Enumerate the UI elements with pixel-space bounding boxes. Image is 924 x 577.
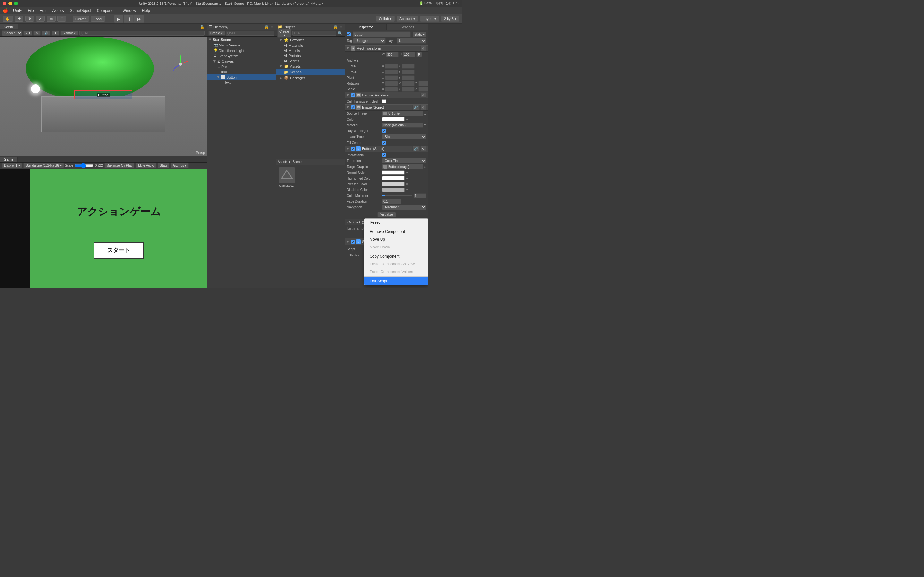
all-prefabs-item[interactable]: All Prefabs — [276, 53, 344, 58]
hierarchy-item-panel[interactable]: ▭ Panel — [207, 64, 276, 69]
target-graphic-ref[interactable]: Button (Image) — [382, 164, 423, 169]
pressed-color-pencil-icon[interactable]: ✏ — [405, 182, 409, 186]
context-move-up[interactable]: Move Up — [365, 235, 428, 243]
menu-component[interactable]: Component — [94, 8, 120, 13]
normal-color-pencil-icon[interactable]: ✏ — [405, 171, 409, 175]
rect-transform-settings[interactable]: ⚙ — [420, 46, 426, 51]
menu-help[interactable]: Help — [139, 8, 152, 13]
project-menu-icon[interactable]: ≡ — [339, 25, 342, 29]
menu-window[interactable]: Window — [120, 8, 139, 13]
pressed-color-swatch[interactable] — [382, 182, 405, 186]
hierarchy-menu-icon[interactable]: ≡ — [270, 25, 274, 29]
context-copy-component[interactable]: Copy Component — [365, 253, 428, 260]
scale-y-input[interactable]: 1 — [402, 87, 415, 92]
button-script-header[interactable]: ▶ B Button (Script) 🔗 ⚙ — [345, 145, 428, 152]
image-type-select[interactable]: Sliced — [382, 134, 426, 139]
lighting-toggle[interactable]: ☀ — [33, 31, 41, 35]
multi-tool[interactable]: ⊞ — [57, 16, 66, 22]
raycast-checkbox[interactable] — [382, 129, 386, 133]
static-btn[interactable]: Static ▾ — [413, 32, 426, 37]
image-script-active[interactable] — [351, 105, 355, 109]
interactable-checkbox[interactable] — [382, 153, 386, 157]
menu-assets[interactable]: Assets — [49, 8, 66, 13]
audio-toggle[interactable]: 🔊 — [42, 31, 50, 35]
hierarchy-item-button-text[interactable]: T Text — [207, 80, 276, 85]
2d-toggle[interactable]: 2D — [23, 31, 32, 35]
min-x-input[interactable]: 0.5 — [385, 64, 398, 69]
rot-y-input[interactable]: 0 — [402, 81, 415, 86]
visualize-button[interactable]: Visualize — [377, 212, 396, 218]
hierarchy-item-text[interactable]: T Text — [207, 69, 276, 74]
rotate-tool[interactable]: ↻ — [25, 16, 34, 22]
traffic-lights[interactable] — [3, 2, 18, 5]
pivot-x-input[interactable]: 0.5 — [385, 75, 398, 80]
layout-button[interactable]: 2 by 3 ▾ — [441, 16, 459, 22]
height-input[interactable] — [403, 52, 415, 57]
all-scripts-item[interactable]: All Scripts — [276, 58, 344, 63]
disabled-color-pencil-icon[interactable]: ✏ — [405, 188, 409, 192]
hierarchy-item-button[interactable]: ▶ ⬜ Button — [207, 74, 276, 80]
game-view[interactable]: アクションゲーム スタート — [0, 169, 207, 288]
navigation-select[interactable]: Automatic — [382, 205, 426, 210]
shade-mode-select[interactable]: Shaded — [2, 31, 22, 36]
tab-inspector[interactable]: Inspector — [345, 24, 387, 30]
start-script-active[interactable] — [351, 240, 355, 243]
material-ref[interactable]: None (Material) — [382, 123, 423, 127]
fill-center-checkbox[interactable] — [382, 141, 386, 145]
image-color-swatch[interactable] — [382, 117, 405, 121]
material-target-icon[interactable]: ⊙ — [424, 123, 426, 127]
hierarchy-item-canvas[interactable]: ▶ 🖼 Canvas — [207, 59, 276, 64]
image-script-ref-icon[interactable]: 🔗 — [412, 105, 419, 110]
layers-button[interactable]: Layers ▾ — [420, 16, 439, 22]
asset-gamescene[interactable]: GameSce... — [277, 166, 296, 188]
hierarchy-create-btn[interactable]: Create ▾ — [208, 31, 225, 35]
tag-select[interactable]: Untagged — [353, 38, 386, 44]
canvas-renderer-settings-icon[interactable]: ⚙ — [420, 93, 426, 98]
menu-edit[interactable]: Edit — [37, 8, 49, 13]
scene-view[interactable]: X Y Z Button ← Persp — [0, 37, 207, 156]
scale-tool[interactable]: ⤢ — [36, 16, 45, 22]
canvas-renderer-header[interactable]: ▶ 🖼 Canvas Renderer ⚙ — [345, 92, 428, 98]
pivot-mode-btn[interactable]: Center — [73, 16, 89, 22]
fx-toggle[interactable]: ★ — [52, 31, 59, 35]
max-y-input[interactable]: 0.5 — [402, 69, 415, 74]
mute-audio-btn[interactable]: Mute Audio — [136, 163, 156, 168]
menu-unity[interactable]: Unity — [11, 8, 24, 13]
button-script-settings-icon[interactable]: ⚙ — [420, 146, 426, 151]
project-search[interactable] — [292, 31, 336, 35]
packages-folder[interactable]: ▶ 📦 Packages — [276, 75, 344, 81]
step-button[interactable]: ⏭ — [134, 15, 144, 23]
scale-z-input[interactable]: 1 — [418, 87, 428, 92]
all-models-item[interactable]: All Models — [276, 48, 344, 53]
display-select[interactable]: Display 1 ▾ — [2, 163, 22, 168]
move-tool[interactable]: ✚ — [15, 16, 23, 22]
tab-services[interactable]: Services — [387, 24, 428, 30]
project-create-btn[interactable]: Create ▾ — [277, 29, 291, 37]
hierarchy-lock-icon[interactable]: 🔒 — [263, 25, 270, 29]
rect-tool[interactable]: ▭ — [47, 16, 55, 22]
highlighted-color-swatch[interactable] — [382, 176, 405, 181]
stats-btn[interactable]: Stats — [158, 163, 170, 168]
pivot-space-btn[interactable]: Local — [91, 16, 105, 22]
button-script-active[interactable] — [351, 147, 355, 151]
min-y-input[interactable]: 0.5 — [402, 64, 415, 69]
transition-select[interactable]: Color Tint — [382, 158, 426, 163]
disabled-color-swatch[interactable] — [382, 187, 405, 192]
normal-color-swatch[interactable] — [382, 170, 405, 175]
game-gizmos-btn[interactable]: Gizmos ▾ — [171, 163, 189, 168]
all-materials-item[interactable]: All Materials — [276, 43, 344, 48]
account-button[interactable]: Account ▾ — [397, 16, 418, 22]
menu-gameobject[interactable]: GameObject — [67, 8, 94, 13]
scene-search[interactable] — [79, 31, 205, 35]
hierarchy-scene-root[interactable]: ▶ StartScene — [207, 37, 276, 42]
canvas-renderer-active[interactable] — [351, 93, 355, 97]
layer-select[interactable]: UI — [397, 38, 426, 44]
hierarchy-item-directional-light[interactable]: 💡 Directional Light — [207, 48, 276, 53]
rot-z-input[interactable]: 0 — [418, 81, 428, 86]
lock-icon[interactable]: 🔒 — [199, 25, 205, 29]
project-lock-icon[interactable]: 🔒 — [333, 25, 338, 29]
target-graphic-target-icon[interactable]: ⊙ — [424, 165, 426, 169]
image-color-pencil-icon[interactable]: ✏ — [405, 117, 409, 121]
maximize-on-play-btn[interactable]: Maximize On Play — [104, 163, 135, 168]
scale-slider[interactable] — [74, 163, 94, 168]
